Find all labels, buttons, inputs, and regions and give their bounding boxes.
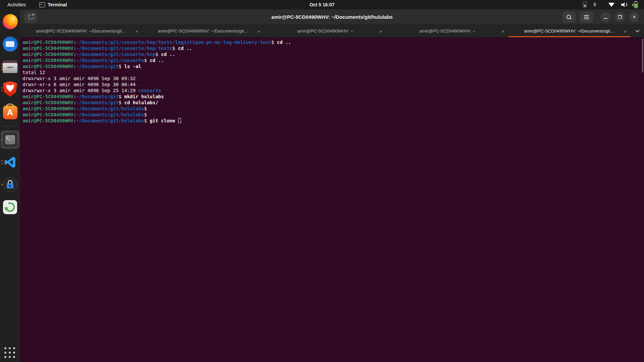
terminal-line: amir@PC-5CD0490WHV:~/Documents/git/hulul… <box>22 106 641 112</box>
minimize-button[interactable] <box>600 12 610 22</box>
running-indicator-dots <box>1 63 3 70</box>
running-indicator-dots <box>1 139 3 140</box>
new-tab-button[interactable] <box>24 12 37 22</box>
search-button[interactable] <box>562 11 576 23</box>
tab-4[interactable]: amir@PC-5CD0490WHV: ~ × <box>386 25 508 37</box>
volume-icon[interactable] <box>621 2 627 7</box>
restore-icon <box>618 15 622 19</box>
dock-item-app-center[interactable]: A <box>1 102 19 121</box>
menu-button[interactable] <box>580 11 593 23</box>
device-battery-icon[interactable] <box>583 2 587 8</box>
dock-item-thunderbird[interactable] <box>1 35 19 53</box>
clock[interactable]: Oct 5 16:07 <box>0 2 644 7</box>
tab-2[interactable]: amir@PC-5CD0490WHV: ~/Documents/git… × <box>142 25 264 37</box>
terminal-line: amir@PC-5CD0490WHV:~/Documents/git/conse… <box>22 51 641 57</box>
minimize-icon <box>604 18 607 19</box>
chevron-down-icon <box>635 28 640 33</box>
dock-item-firefox[interactable] <box>1 12 19 31</box>
terminal-line: amir@PC-5CD0490WHV:~/Documents/git$ cd h… <box>22 100 641 106</box>
terminal-window: amir@PC-5CD0490WHV: ~/Documents/git/hulu… <box>20 9 644 362</box>
hamburger-menu-icon <box>584 15 589 19</box>
window-title: amir@PC-5CD0490WHV: ~/Documents/git/hulu… <box>20 14 644 20</box>
tab-label: amir@PC-5CD0490WHV: ~/Documents/git… <box>158 28 248 34</box>
new-tab-icon <box>29 15 34 19</box>
terminal-cursor <box>178 118 181 123</box>
terminal-viewport[interactable]: amir@PC-5CD0490WHV:~/Documents/git/conse… <box>20 38 644 362</box>
keyboard-layout-indicator[interactable]: fr <box>593 2 596 7</box>
terminal-icon: >_ <box>3 132 17 147</box>
software-updater-icon <box>3 200 17 214</box>
tab-label: amir@PC-5CD0490WHV: ~ <box>419 28 475 34</box>
search-icon <box>566 14 572 20</box>
running-indicator-dots <box>1 87 3 91</box>
tab-1[interactable]: amir@PC-5CD0490WHV: ~/Documents/git… × <box>20 25 142 37</box>
terminal-app-icon: > <box>39 2 45 7</box>
tab-label: amir@PC-5CD0490WHV: ~/Documents/git… <box>36 28 126 34</box>
tab-list-button[interactable] <box>631 25 644 37</box>
dock-item-passwords[interactable] <box>1 175 19 194</box>
thunderbird-icon <box>3 37 18 52</box>
dock: A >_ <box>0 9 20 362</box>
tab-close-icon[interactable]: × <box>257 28 260 34</box>
dock-separator <box>4 126 16 126</box>
terminal-line: amir@PC-5CD0490WHV:~/Documents/git/hulul… <box>22 112 641 118</box>
tab-close-icon[interactable]: × <box>501 28 504 34</box>
battery-charging-icon[interactable] <box>634 2 638 8</box>
close-button[interactable]: × <box>629 12 639 22</box>
activities-button[interactable]: Activities <box>5 2 28 7</box>
terminal-output: amir@PC-5CD0490WHV:~/Documents/git/conse… <box>22 39 641 124</box>
dock-item-files[interactable] <box>1 57 19 76</box>
tab-3[interactable]: amir@PC-5CD0490WHV: ~ × <box>264 25 386 37</box>
tab-close-icon[interactable]: × <box>379 28 382 34</box>
dock-item-brave[interactable] <box>1 80 19 98</box>
wifi-icon[interactable] <box>608 3 614 7</box>
dock-item-terminal[interactable]: >_ <box>1 130 19 149</box>
files-icon <box>3 60 17 73</box>
show-applications-button[interactable] <box>4 347 16 359</box>
tab-label: amir@PC-5CD0490WHV: ~ <box>297 28 353 34</box>
tab-label: amir@PC-5CD0490WHV: ~/Documents/git… <box>524 28 614 34</box>
tab-5[interactable]: amir@PC-5CD0490WHV: ~/Documents/git… × <box>508 25 631 37</box>
headerbar: amir@PC-5CD0490WHV: ~/Documents/git/hulu… <box>20 9 644 25</box>
terminal-line: drwxrwxr-x 3 amir amir 4096 Sep 30 09:32… <box>22 75 641 81</box>
passwords-lock-icon <box>3 177 17 192</box>
tab-close-icon[interactable]: × <box>624 28 627 34</box>
focused-app-indicator[interactable]: > Terminal <box>39 2 67 7</box>
firefox-icon <box>3 14 18 29</box>
terminal-line: amir@PC-5CD0490WHV:~/Documents/git/conse… <box>22 45 641 51</box>
terminal-line: drwxr-xr-x 6 amir amir 4096 Sep 30 00:44… <box>22 81 641 87</box>
terminal-line: amir@PC-5CD0490WHV:~/Documents/git/conse… <box>22 57 641 63</box>
restore-button[interactable] <box>615 12 625 22</box>
terminal-line: total 12 <box>22 69 641 75</box>
tab-bar: amir@PC-5CD0490WHV: ~/Documents/git… × a… <box>20 25 644 38</box>
app-center-icon: A <box>3 106 17 119</box>
focused-app-name: Terminal <box>48 2 67 7</box>
close-icon: × <box>633 14 636 20</box>
brave-icon <box>3 81 17 97</box>
terminal-line: drwxrwxr-x 3 amir amir 4096 Sep 25 14:29… <box>22 87 641 94</box>
vscode-icon <box>3 155 17 169</box>
terminal-line: amir@PC-5CD0490WHV:~/Documents/git/hulul… <box>22 118 641 124</box>
running-indicator-dots <box>1 184 3 185</box>
tab-close-icon[interactable]: × <box>135 28 138 34</box>
terminal-line: amir@PC-5CD0490WHV:~/Documents/git/conse… <box>22 39 641 45</box>
terminal-line: amir@PC-5CD0490WHV:~/Documents/git$ mkdi… <box>22 94 641 100</box>
dock-item-updater[interactable] <box>1 198 19 216</box>
scrollbar-handle[interactable] <box>642 39 643 72</box>
terminal-line: amir@PC-5CD0490WHV:~/Documents/git$ ls -… <box>22 63 641 69</box>
running-indicator-dots <box>1 160 3 164</box>
dock-item-vscode[interactable] <box>1 153 19 171</box>
top-bar: Activities > Terminal Oct 5 16:07 fr <box>0 0 644 9</box>
